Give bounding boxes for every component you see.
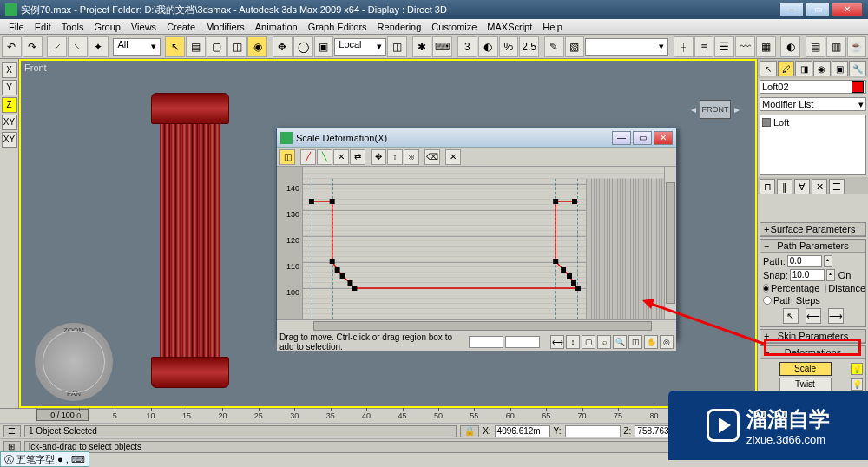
- distance-radio[interactable]: [825, 284, 826, 293]
- selection-filter-select[interactable]: All: [113, 38, 160, 56]
- navigation-wheel[interactable]: ZOOM PAN: [35, 323, 113, 401]
- hierarchy-tab[interactable]: ◨: [795, 61, 812, 76]
- axis-y-button[interactable]: Y: [2, 80, 17, 95]
- menu-maxscript[interactable]: MAXScript: [482, 22, 537, 32]
- snap-spinner[interactable]: ▴: [826, 269, 835, 281]
- zoom-fit-button[interactable]: ◫: [628, 335, 642, 349]
- render-button[interactable]: ☕: [847, 36, 867, 57]
- reset-curve-button[interactable]: ✕: [445, 149, 461, 165]
- move-point-button[interactable]: ✥: [371, 149, 386, 165]
- percentage-radio[interactable]: [763, 284, 769, 293]
- dialog-maximize-button[interactable]: ▭: [633, 131, 652, 145]
- display-x-button[interactable]: ╱: [300, 149, 316, 165]
- reference-coord-select[interactable]: Local: [334, 38, 386, 56]
- display-y-button[interactable]: ╲: [317, 149, 332, 165]
- redo-button[interactable]: ↷: [23, 36, 43, 57]
- named-sel-edit-button[interactable]: ✎: [544, 36, 564, 57]
- minimize-button[interactable]: —: [779, 3, 804, 16]
- close-button[interactable]: ✕: [832, 3, 863, 16]
- utilities-tab[interactable]: 🔧: [849, 61, 866, 76]
- menu-graph-editors[interactable]: Graph Editors: [303, 22, 372, 32]
- twist-light-icon[interactable]: 💡: [851, 378, 863, 391]
- render-setup-button[interactable]: ▤: [806, 36, 825, 57]
- delete-point-button[interactable]: ⌫: [424, 149, 440, 165]
- dialog-x-input[interactable]: [469, 336, 503, 348]
- percent-snap-button[interactable]: %: [499, 36, 519, 57]
- layers-button[interactable]: ☰: [714, 36, 734, 57]
- spinner-snap-button[interactable]: 2.5: [519, 36, 539, 57]
- schematic-button[interactable]: ▦: [756, 36, 776, 57]
- remove-modifier-button[interactable]: ✕: [812, 179, 827, 194]
- unlink-button[interactable]: ⟍: [68, 36, 88, 57]
- zoom-v-ext-button[interactable]: ↕: [566, 335, 580, 349]
- graph-v-scrollbar[interactable]: [664, 167, 676, 319]
- deformation-graph[interactable]: 020406080100 100110120130140: [277, 167, 676, 319]
- menu-create[interactable]: Create: [161, 22, 201, 32]
- use-pivot-button[interactable]: ◫: [387, 36, 407, 57]
- zoom-button[interactable]: 🔍: [613, 335, 627, 349]
- modifier-list-dropdown[interactable]: Modifier List ▾: [760, 97, 866, 111]
- mirror-button[interactable]: ⟊: [674, 36, 694, 57]
- skin-parameters-header[interactable]: +Skin Parameters: [760, 330, 865, 343]
- bind-button[interactable]: ✦: [89, 36, 108, 57]
- modifier-toggle-icon[interactable]: [762, 118, 771, 127]
- prev-shape-button[interactable]: ⟵: [806, 308, 821, 324]
- path-value-input[interactable]: 0.0: [787, 255, 822, 267]
- rectangular-region-button[interactable]: ▢: [207, 36, 227, 57]
- graph-plot-area[interactable]: [303, 167, 664, 319]
- align-button[interactable]: ≡: [694, 36, 714, 57]
- menu-views[interactable]: Views: [126, 22, 161, 32]
- scale-light-icon[interactable]: 💡: [851, 363, 863, 375]
- path-parameters-header[interactable]: −Path Parameters: [760, 240, 865, 253]
- paint-selection-button[interactable]: ◉: [247, 36, 267, 57]
- x-coord-input[interactable]: 4096.612m: [495, 425, 550, 437]
- dialog-y-input[interactable]: [505, 336, 540, 348]
- display-tab[interactable]: ▣: [832, 61, 849, 76]
- loft-column-object[interactable]: [151, 93, 229, 388]
- viewcube-front[interactable]: ◂ FRONT ▸: [691, 100, 740, 119]
- y-coord-input[interactable]: [565, 425, 621, 437]
- path-steps-radio[interactable]: [763, 296, 772, 305]
- ime-punct-icon[interactable]: ,: [66, 454, 69, 464]
- named-selection-input[interactable]: [585, 38, 668, 56]
- scale-point-button[interactable]: ↕: [387, 149, 403, 165]
- manipulate-button[interactable]: ✱: [412, 36, 432, 57]
- zoom-region-button[interactable]: ⌕: [597, 335, 611, 349]
- menu-tools[interactable]: Tools: [56, 22, 89, 32]
- dialog-titlebar[interactable]: Scale Deformation(X) — ▭ ✕: [277, 128, 676, 148]
- graph-h-scrollbar[interactable]: [277, 319, 676, 332]
- transform-type-in-lock[interactable]: 🔒: [460, 425, 479, 437]
- select-by-name-button[interactable]: ▤: [186, 36, 206, 57]
- object-name-field[interactable]: Loft02: [760, 80, 866, 94]
- menu-animation[interactable]: Animation: [250, 22, 303, 32]
- next-shape-button[interactable]: ⟶: [828, 308, 844, 324]
- scale-deformation-button[interactable]: Scale: [779, 362, 832, 376]
- path-spinner[interactable]: ▴: [824, 255, 832, 267]
- pick-shape-button[interactable]: ↖: [783, 308, 799, 324]
- dialog-close-button[interactable]: ✕: [654, 131, 673, 145]
- surface-parameters-header[interactable]: +Surface Parameters: [760, 223, 865, 236]
- select-object-button[interactable]: ↖: [165, 36, 185, 57]
- modify-tab[interactable]: 🖊: [778, 61, 795, 76]
- link-button[interactable]: ⟋: [47, 36, 67, 57]
- show-end-result-button[interactable]: ‖: [777, 179, 792, 194]
- modifier-stack[interactable]: Loft: [760, 115, 866, 175]
- display-xy-button[interactable]: ✕: [333, 149, 349, 165]
- zoom-h-ext-button[interactable]: ⟷: [550, 335, 564, 349]
- viewcube-right-arrow[interactable]: ▸: [734, 103, 740, 115]
- ime-kbd-icon[interactable]: ⌨: [71, 454, 85, 465]
- ime-mode-icon[interactable]: ●: [57, 454, 63, 464]
- deformation-curve[interactable]: [303, 179, 664, 319]
- viewcube-left-arrow[interactable]: ◂: [691, 103, 696, 115]
- snap-value-input[interactable]: 10.0: [790, 269, 825, 281]
- ime-toolbar[interactable]: Ⓐ 五笔字型 ● , ⌨: [0, 451, 89, 467]
- scale-deformation-dialog[interactable]: Scale Deformation(X) — ▭ ✕ ◫ ╱ ╲ ✕ ⇄ ✥ ↕…: [276, 128, 677, 339]
- configure-sets-button[interactable]: ☰: [829, 179, 845, 194]
- menu-customize[interactable]: Customize: [426, 22, 482, 32]
- menu-file[interactable]: File: [3, 22, 30, 32]
- angle-snap-button[interactable]: ◐: [478, 36, 498, 57]
- swap-xy-button[interactable]: ⇄: [350, 149, 365, 165]
- skin-parameters-rollout[interactable]: +Skin Parameters: [760, 329, 866, 344]
- pan-button[interactable]: ✋: [644, 335, 658, 349]
- undo-button[interactable]: ↶: [2, 36, 22, 57]
